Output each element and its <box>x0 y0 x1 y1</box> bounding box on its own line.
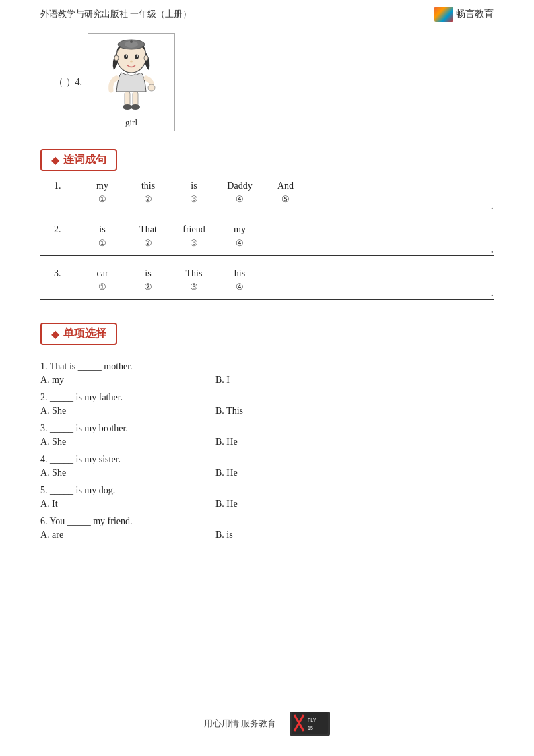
number-row-3: 3. ① ② ③ ④ <box>40 282 494 292</box>
word-2-3: friend <box>180 224 207 235</box>
word-1-1: my <box>89 181 116 191</box>
footer-logo: FLY 15 <box>290 712 330 736</box>
mc-item-2: 2. _____ is my father. A. She B. This <box>40 392 494 416</box>
item-number-2: 2. <box>54 224 67 235</box>
mc-question-2: 2. _____ is my father. <box>40 392 494 403</box>
word-order-item-3: 3. car is This his 3. ① ② ③ ④ <box>40 268 494 300</box>
word-1-5: And <box>272 181 299 191</box>
section1-title: 连词成句 <box>63 153 106 167</box>
num-3-4: ④ <box>226 282 253 292</box>
mc-option-4a: A. She <box>40 468 215 478</box>
word-3-1: car <box>89 268 116 279</box>
word-2-2: That <box>135 224 162 235</box>
svg-point-6 <box>114 55 119 61</box>
section2-diamond: ◆ <box>51 327 59 340</box>
mc-question-1: 1. That is _____ mother. <box>40 361 494 372</box>
mc-option-5a: A. It <box>40 499 215 509</box>
mc-option-6b: B. is <box>215 530 391 540</box>
num-2-4: ④ <box>226 238 253 249</box>
section1-header: ◆ 连词成句 <box>40 149 117 171</box>
word-2-4: my <box>226 224 253 235</box>
word-row-2: 2. is That friend my <box>40 224 494 235</box>
num-2-2: ② <box>135 238 162 249</box>
svg-point-1 <box>124 55 128 59</box>
mc-question-4: 4. _____ is my sister. <box>40 454 494 465</box>
mc-option-2a: A. She <box>40 406 215 416</box>
svg-rect-16 <box>292 712 328 734</box>
num-3-2: ② <box>135 282 162 292</box>
header: 外语教学与研究出版社 一年级（上册） 畅言教育 <box>40 0 494 26</box>
item-number-3: 3. <box>54 268 67 279</box>
word-order-exercise: 1. my this is Daddy And 1. ① ② ③ ④ ⑤ 2. … <box>40 181 494 300</box>
logo-text: 畅言教育 <box>456 8 494 20</box>
svg-rect-9 <box>125 92 130 106</box>
num-1-3: ③ <box>180 194 207 205</box>
section2-header: ◆ 单项选择 <box>40 323 117 345</box>
section2-title: 单项选择 <box>63 327 106 341</box>
paren-label: （ ）4. <box>54 76 82 88</box>
mc-option-1a: A. my <box>40 375 215 385</box>
mc-options-2: A. She B. This <box>40 406 494 416</box>
mc-options-1: A. my B. I <box>40 375 494 385</box>
mc-item-4: 4. _____ is my sister. A. She B. He <box>40 454 494 478</box>
svg-point-4 <box>137 55 138 57</box>
word-row-1: 1. my this is Daddy And <box>40 181 494 191</box>
word-3-3: This <box>180 268 207 279</box>
svg-point-2 <box>135 55 139 59</box>
section1-diamond: ◆ <box>51 154 59 166</box>
word-order-item-2: 2. is That friend my 2. ① ② ③ ④ <box>40 224 494 256</box>
mc-options-3: A. She B. He <box>40 437 494 447</box>
item-number-1: 1. <box>54 181 67 191</box>
num-1-4: ④ <box>226 194 253 205</box>
word-1-3: is <box>180 181 207 191</box>
footer-text: 用心用情 服务教育 <box>204 718 276 730</box>
mc-options-6: A. are B. is <box>40 530 494 540</box>
num-2-1: ① <box>89 238 116 249</box>
number-row-1: 1. ① ② ③ ④ ⑤ <box>40 194 494 205</box>
mc-question-6: 6. You _____ my friend. <box>40 516 494 527</box>
mc-item-1: 1. That is _____ mother. A. my B. I <box>40 361 494 385</box>
mc-options-5: A. It B. He <box>40 499 494 509</box>
mc-option-2b: B. This <box>215 406 391 416</box>
svg-point-5 <box>130 61 133 63</box>
svg-point-3 <box>126 55 127 57</box>
footer: 用心用情 服务教育 FLY 15 <box>0 712 534 736</box>
answer-line-3 <box>40 299 494 300</box>
mc-option-3b: B. He <box>215 437 391 447</box>
mc-option-5b: B. He <box>215 499 391 509</box>
image-box: girl <box>88 33 175 131</box>
word-order-item-1: 1. my this is Daddy And 1. ① ② ③ ④ ⑤ <box>40 181 494 212</box>
word-3-4: his <box>226 268 253 279</box>
svg-text:15: 15 <box>308 726 313 730</box>
header-title: 外语教学与研究出版社 一年级（上册） <box>40 8 191 20</box>
svg-point-8 <box>148 84 155 91</box>
svg-point-11 <box>123 104 132 110</box>
mc-option-4b: B. He <box>215 468 391 478</box>
svg-point-12 <box>131 104 140 110</box>
header-logo: 畅言教育 <box>434 7 494 22</box>
word-row-3: 3. car is This his <box>40 268 494 279</box>
mc-item-3: 3. _____ is my brother. A. She B. He <box>40 423 494 447</box>
mc-option-6a: A. are <box>40 530 215 540</box>
num-3-3: ③ <box>180 282 207 292</box>
mc-item-6: 6. You _____ my friend. A. are B. is <box>40 516 494 540</box>
mc-options-4: A. She B. He <box>40 468 494 478</box>
answer-line-2 <box>40 255 494 256</box>
mc-option-1b: B. I <box>215 375 391 385</box>
svg-rect-10 <box>133 92 138 106</box>
word-1-4: Daddy <box>226 181 253 191</box>
page: 外语教学与研究出版社 一年级（上册） 畅言教育 （ ）4. <box>0 0 534 756</box>
mc-option-3a: A. She <box>40 437 215 447</box>
mc-item-5: 5. _____ is my dog. A. It B. He <box>40 485 494 509</box>
mc-section: 1. That is _____ mother. A. my B. I 2. _… <box>40 361 494 540</box>
footer-logo-inner: FLY 15 <box>292 712 328 736</box>
logo-icon <box>434 7 453 22</box>
answer-line-1 <box>40 212 494 212</box>
word-2-1: is <box>89 224 116 235</box>
word-1-2: this <box>135 181 162 191</box>
num-1-1: ① <box>89 194 116 205</box>
num-1-5: ⑤ <box>272 194 299 205</box>
number-row-2: 2. ① ② ③ ④ <box>40 238 494 249</box>
girl-image <box>98 38 165 112</box>
mc-question-5: 5. _____ is my dog. <box>40 485 494 496</box>
